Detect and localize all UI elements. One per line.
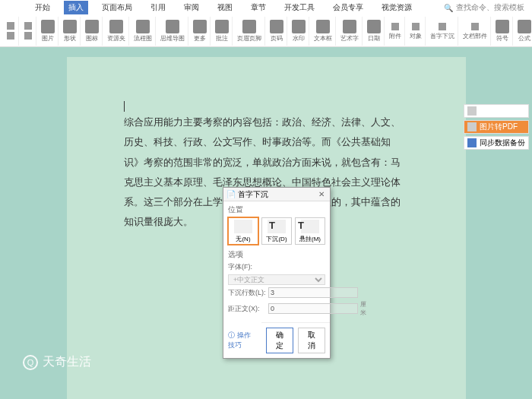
tab-layout[interactable]: 页面布局	[97, 1, 137, 14]
dialog-titlebar[interactable]: 📄 首字下沉 ✕	[223, 188, 330, 201]
distance-label: 距正文(X):	[228, 304, 266, 314]
ribbon-dropcap[interactable]: 首字下沉	[427, 17, 458, 46]
sidepanel-img2pdf[interactable]: 图片转PDF	[464, 120, 529, 134]
tab-insert[interactable]: 插入	[64, 1, 88, 14]
cancel-button[interactable]: 取消	[298, 328, 325, 353]
tab-dev[interactable]: 开发工具	[280, 1, 319, 14]
sidepanel-label: 图片转PDF	[480, 122, 518, 132]
close-button[interactable]: ✕	[316, 189, 327, 200]
distance-input[interactable]	[268, 303, 358, 314]
sidepanel-label: 同步数据备份	[480, 138, 525, 148]
position-section-label: 位置	[228, 204, 325, 215]
watermark: Q 天奇生活	[23, 354, 91, 370]
option-dropped[interactable]: T 下沉(D)	[261, 217, 292, 245]
sidepanel-doc[interactable]	[464, 104, 529, 118]
ribbon-wordart[interactable]: 艺术字	[337, 17, 363, 46]
dropcap-dialog: 📄 首字下沉 ✕ 位置 无(N) T 下沉(D) T 悬挂(M) 选项	[223, 187, 331, 359]
distance-unit: 厘米	[360, 300, 366, 317]
doc-icon	[467, 106, 477, 116]
ribbon-object[interactable]: 对象	[407, 17, 426, 46]
document-canvas: 综合应用能力主要考察的内容包括：政治、经济、法律、人文、历史、科技、行政、公文写…	[0, 47, 532, 399]
lines-label: 下沉行数(L):	[228, 288, 266, 298]
font-label: 字体(F):	[228, 262, 266, 272]
watermark-icon: Q	[23, 355, 38, 370]
ribbon-watermark[interactable]: 水印	[289, 17, 309, 46]
ribbon-shape[interactable]: 形状	[60, 17, 81, 46]
tab-section[interactable]: 章节	[246, 1, 271, 14]
option-margin[interactable]: T 悬挂(M)	[295, 217, 325, 245]
ribbon-textbox[interactable]: 文本框	[311, 17, 336, 46]
ribbon-date[interactable]: 日期	[364, 17, 385, 46]
dialog-title: 首字下沉	[238, 190, 268, 198]
ribbon: 图片 形状 图标 资源夹 流程图 思维导图 更多 批注 页眉页脚 页码 水印 文…	[0, 15, 532, 47]
margin-icon: T	[301, 220, 319, 233]
ribbon-docparts[interactable]: 文档部件	[460, 17, 491, 46]
sidepanel-sync[interactable]: 同步数据备份	[464, 136, 529, 150]
none-icon	[234, 220, 252, 233]
ribbon-more[interactable]: 更多	[190, 17, 211, 46]
ribbon-picture[interactable]: 图片	[38, 17, 59, 46]
ribbon-symbol[interactable]: 符号	[492, 17, 513, 46]
options-section-label: 选项	[228, 249, 325, 260]
ribbon-attachment[interactable]: 附件	[386, 17, 405, 46]
watermark-text: 天奇生活	[43, 354, 91, 370]
tab-references[interactable]: 引用	[146, 1, 170, 14]
tab-start[interactable]: 开始	[30, 1, 55, 14]
menu-bar: 开始 插入 页面布局 引用 审阅 视图 章节 开发工具 会员专享 视觉资源 🔍 …	[0, 0, 532, 15]
sync-icon	[467, 138, 477, 147]
tips-link[interactable]: ⓘ 操作技巧	[223, 328, 261, 353]
image-icon	[467, 122, 477, 131]
ribbon-mindmap[interactable]: 思维导图	[157, 17, 188, 46]
ribbon-resourcefolder[interactable]: 资源夹	[104, 17, 129, 46]
ribbon-icon[interactable]: 图标	[82, 17, 103, 46]
font-select[interactable]: +中文正文	[228, 274, 325, 285]
search-icon: 🔍	[444, 4, 453, 12]
ribbon-headerfooter[interactable]: 页眉页脚	[234, 17, 265, 46]
side-panel: 图片转PDF 同步数据备份	[464, 104, 529, 150]
text-cursor	[124, 101, 125, 112]
tab-visual[interactable]: 视觉资源	[377, 1, 416, 14]
search-box[interactable]: 🔍 查找命令、搜索模板	[444, 2, 524, 13]
ribbon-comment[interactable]: 批注	[212, 17, 233, 46]
tab-member[interactable]: 会员专享	[328, 1, 368, 14]
ribbon-flowchart[interactable]: 流程图	[131, 17, 156, 46]
dropped-icon: T	[268, 220, 286, 233]
ribbon-copy[interactable]	[21, 17, 36, 46]
tab-view[interactable]: 视图	[213, 1, 237, 14]
lines-input[interactable]	[268, 287, 358, 298]
ribbon-pagenumber[interactable]: 页码	[267, 17, 287, 46]
ribbon-equation[interactable]: 公式	[515, 17, 532, 46]
tab-review[interactable]: 审阅	[179, 1, 204, 14]
ok-button[interactable]: 确定	[266, 328, 293, 353]
search-placeholder: 查找命令、搜索模板	[456, 2, 524, 13]
dialog-icon: 📄	[226, 190, 236, 198]
option-none[interactable]: 无(N)	[228, 217, 258, 245]
ribbon-cut[interactable]	[3, 17, 19, 46]
